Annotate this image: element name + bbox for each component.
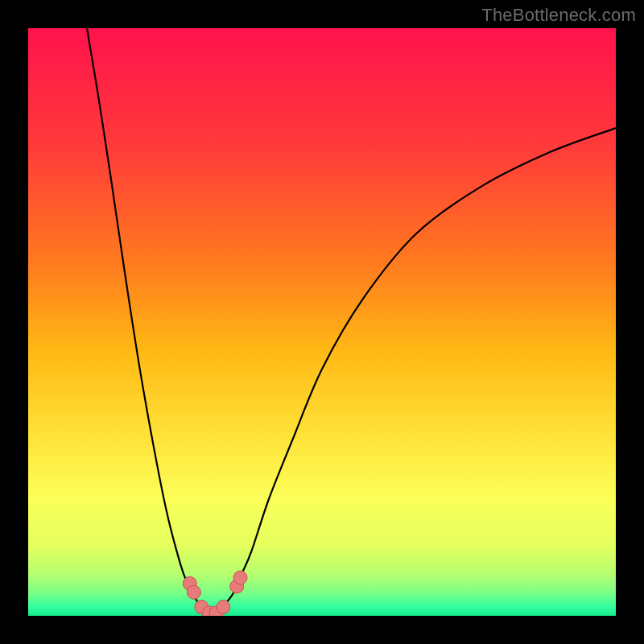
chart-curve-layer (28, 28, 616, 616)
curve-markers (183, 571, 247, 616)
watermark-text: TheBottleneck.com (481, 5, 636, 26)
chart-frame: TheBottleneck.com (0, 0, 644, 644)
bottleneck-curve (87, 28, 616, 613)
chart-plot-area (28, 28, 616, 616)
curve-marker (187, 585, 200, 599)
curve-marker (233, 571, 247, 584)
curve-marker (217, 601, 230, 614)
